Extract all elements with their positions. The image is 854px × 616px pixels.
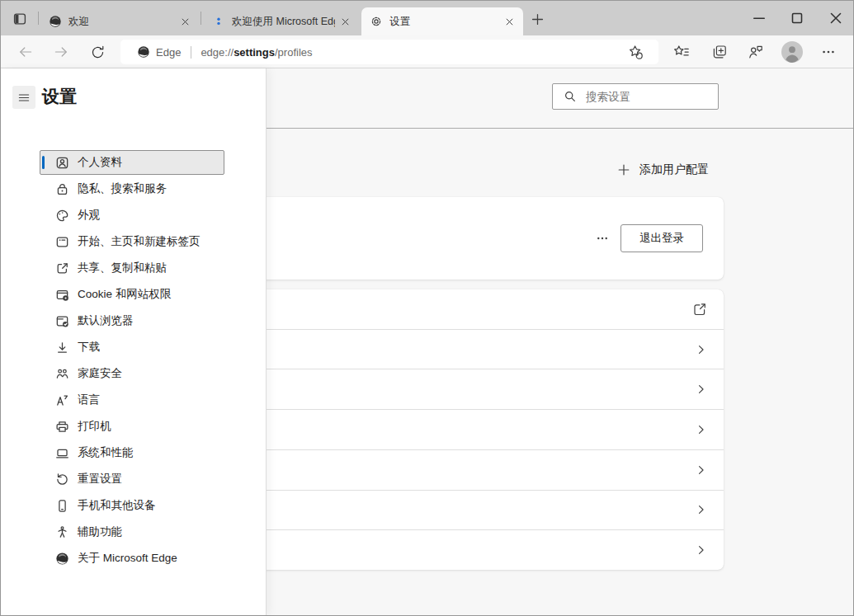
sidebar-nav: 个人资料 隐私、搜索和服务 外观 [40, 150, 224, 572]
maximize-button[interactable] [787, 10, 807, 26]
plus-icon [531, 12, 545, 26]
tab-separator [201, 12, 201, 25]
language-icon [55, 393, 69, 407]
close-tab-icon[interactable] [180, 16, 191, 27]
settings-row[interactable] [248, 450, 724, 491]
download-icon [55, 341, 69, 355]
tab-workspaces-button[interactable] [11, 10, 29, 28]
feedback-button[interactable] [747, 43, 765, 61]
address-bar[interactable]: Edge edge://settings/profiles [120, 40, 658, 64]
laptop-icon [55, 446, 69, 460]
close-tab-icon[interactable] [504, 16, 515, 27]
sidebar-item-downloads[interactable]: 下载 [40, 335, 224, 360]
profile-avatar-button[interactable] [781, 40, 804, 63]
back-icon [17, 44, 34, 60]
sidebar-item-profiles[interactable]: 个人资料 [40, 150, 224, 175]
back-button[interactable] [17, 43, 35, 61]
lock-icon [55, 182, 69, 196]
forward-button[interactable] [52, 43, 70, 61]
page-title: 设置 [42, 85, 77, 108]
sidebar-item-appearance[interactable]: 外观 [40, 203, 224, 228]
accessibility-icon [55, 525, 69, 539]
minimize-icon [751, 10, 767, 26]
external-link-icon [692, 302, 707, 317]
collections-icon [711, 44, 728, 60]
sidebar-item-reset-settings[interactable]: 重置设置 [40, 467, 224, 491]
navigation-toolbar: Edge edge://settings/profiles [1, 35, 853, 68]
refresh-icon [90, 45, 106, 60]
sign-out-button[interactable]: 退出登录 [620, 224, 703, 252]
sidebar-item-accessibility[interactable]: 辅助功能 [40, 520, 224, 544]
tab-title: 欢迎 [68, 15, 175, 29]
chevron-right-icon [695, 383, 707, 396]
sidebar-item-family-safety[interactable]: 家庭安全 [40, 361, 224, 386]
tab-settings-active[interactable]: 设置 [361, 7, 523, 35]
chevron-right-icon [695, 504, 707, 516]
settings-page: 添加用户配置 退出登录 [1, 68, 853, 615]
add-profile-label: 添加用户配置 [639, 162, 709, 177]
profile-card: 退出登录 [248, 197, 724, 280]
refresh-button[interactable] [88, 43, 106, 61]
settings-row[interactable] [248, 369, 724, 410]
tab-welcome[interactable]: 欢迎 [40, 7, 199, 35]
window-layout-icon [55, 235, 69, 249]
browser-window: 欢迎 欢迎使用 Microsoft Edg 设置 [0, 0, 854, 616]
settings-row[interactable] [248, 410, 724, 450]
add-profile-button[interactable]: 添加用户配置 [617, 159, 709, 181]
sidebar-item-default-browser[interactable]: 默认浏览器 [40, 308, 224, 333]
sidebar-item-printers[interactable]: 打印机 [40, 414, 224, 439]
settings-search-box[interactable] [552, 83, 719, 110]
add-favorite-star-icon [627, 44, 644, 60]
new-tab-button[interactable] [529, 11, 545, 27]
chevron-right-icon [695, 424, 707, 436]
person-chat-icon [748, 44, 764, 60]
sidebar-item-about-edge[interactable]: 关于 Microsoft Edge [40, 546, 224, 571]
edge-logo-icon [55, 552, 69, 566]
tab-title: 欢迎使用 Microsoft Edg [232, 15, 335, 29]
close-tab-icon[interactable] [340, 16, 351, 27]
share-icon [55, 261, 69, 275]
settings-row[interactable] [248, 491, 724, 531]
printer-icon [55, 420, 69, 434]
gear-icon [370, 15, 383, 28]
url-text: edge://settings/profiles [201, 46, 312, 59]
close-window-button[interactable] [826, 10, 846, 26]
plus-icon [617, 163, 630, 176]
settings-row[interactable] [248, 330, 724, 370]
edge-badge-icon [137, 45, 150, 59]
sidebar-item-system-performance[interactable]: 系统和性能 [40, 440, 224, 465]
cookie-permissions-icon [55, 288, 69, 302]
profile-badge-icon [55, 156, 69, 170]
sidebar-item-start-home-newtab[interactable]: 开始、主页和新建标签页 [40, 229, 224, 254]
tab-title: 设置 [389, 15, 499, 29]
sidebar-item-share-copy-paste[interactable]: 共享、复制和粘贴 [40, 256, 224, 280]
profile-more-button[interactable] [595, 233, 610, 244]
more-dots-icon [595, 233, 610, 244]
site-dots-icon [212, 15, 225, 28]
chevron-right-icon [695, 544, 707, 557]
tab-welcome-microsoft-edge[interactable]: 欢迎使用 Microsoft Edg [204, 7, 359, 35]
profile-settings-list-card [248, 289, 724, 570]
settings-row[interactable] [248, 530, 724, 570]
search-icon [564, 90, 577, 103]
collections-button[interactable] [710, 43, 729, 61]
tab-separator [38, 12, 39, 25]
sidebar-item-cookies-permissions[interactable]: Cookie 和网站权限 [40, 282, 224, 307]
sidebar-item-phone-devices[interactable]: 手机和其他设备 [40, 493, 224, 518]
reset-icon [55, 473, 69, 487]
close-icon [828, 10, 844, 26]
maximize-icon [789, 10, 805, 26]
menu-toggle-button[interactable] [12, 86, 35, 109]
minimize-button[interactable] [749, 10, 769, 26]
title-bar: 欢迎 欢迎使用 Microsoft Edg 设置 [1, 1, 853, 35]
sidebar-item-languages[interactable]: 语言 [40, 388, 224, 412]
default-browser-icon [55, 314, 69, 328]
sidebar-item-privacy[interactable]: 隐私、搜索和服务 [40, 176, 224, 201]
avatar [781, 41, 803, 63]
add-favorite-button[interactable] [625, 43, 645, 61]
settings-row-sync[interactable] [248, 289, 724, 330]
selection-indicator [42, 156, 45, 169]
favorites-button[interactable] [672, 43, 691, 61]
search-input[interactable] [584, 90, 711, 104]
settings-menu-button[interactable] [819, 43, 837, 61]
